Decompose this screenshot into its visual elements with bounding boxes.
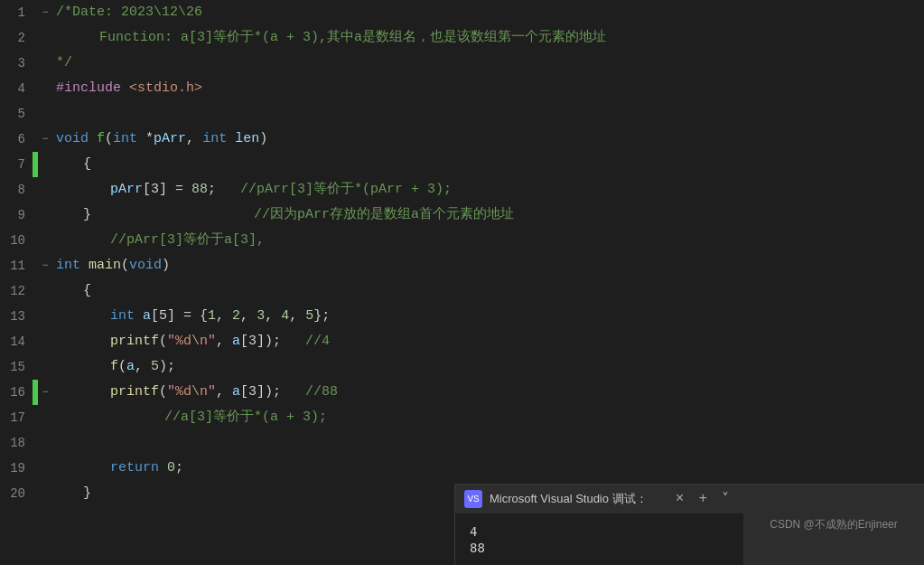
collapse-button xyxy=(38,304,52,329)
line-number: 18 xyxy=(0,430,33,456)
code-line: 14printf("%d\n", a[3]); //4 xyxy=(0,329,924,354)
line-number: 5 xyxy=(0,101,33,127)
token-param: pArr xyxy=(110,177,143,202)
popup-chevron-button[interactable]: ˅ xyxy=(716,488,734,510)
token-kw-yellow: printf xyxy=(110,380,159,405)
code-line: 8pArr[3] = 88; //pArr[3]等价于*(pArr + 3); xyxy=(0,177,924,202)
token-punct: , xyxy=(216,304,232,329)
line-number: 14 xyxy=(0,329,33,354)
code-line: 11−int main(void) xyxy=(0,253,924,278)
token-num: 2 xyxy=(232,304,240,329)
token-kw-blue: int xyxy=(56,253,80,278)
token-punct xyxy=(135,304,143,329)
collapse-button xyxy=(38,430,52,456)
token-comment: //4 xyxy=(305,329,330,354)
popup-title: Microsoft Visual Studio 调试： xyxy=(490,491,663,507)
line-number: 7 xyxy=(0,152,33,177)
code-line: 4#include <stdio.h> xyxy=(0,76,924,101)
token-punct: } xyxy=(83,202,91,228)
token-comment: //88 xyxy=(305,380,338,405)
token-param: a xyxy=(143,304,151,329)
line-content: #include <stdio.h> xyxy=(52,76,924,101)
collapse-button xyxy=(38,152,52,177)
popup-plus-button[interactable]: + xyxy=(693,489,713,509)
token-param: a xyxy=(232,329,240,354)
token-preprocessor: #include xyxy=(56,76,129,101)
code-line: 2 Function: a[3]等价于*(a + 3),其中a是数组名，也是该数… xyxy=(0,25,924,51)
collapse-button[interactable]: − xyxy=(38,253,52,278)
token-punct: ( xyxy=(105,127,113,152)
line-number: 6 xyxy=(0,127,33,152)
code-area: 1−/*Date: 2023\12\262 Function: a[3]等价于*… xyxy=(0,0,924,565)
collapse-button xyxy=(38,101,52,127)
token-punct: , xyxy=(216,380,232,405)
token-punct: , xyxy=(289,304,305,329)
line-content: return 0; xyxy=(52,456,924,481)
popup-right: CSDN @不成熟的Enjineer xyxy=(743,485,924,565)
token-punct: , xyxy=(186,127,202,152)
collapse-button xyxy=(38,405,52,430)
collapse-button xyxy=(38,76,52,101)
line-number: 1 xyxy=(0,0,33,25)
token-punct: , xyxy=(240,304,257,329)
line-content: } //因为pArr存放的是数组a首个元素的地址 xyxy=(52,202,924,228)
token-comment: */ xyxy=(56,51,72,76)
token-num: 1 xyxy=(208,304,216,329)
line-number: 8 xyxy=(0,177,33,202)
collapse-button xyxy=(38,354,52,380)
token-kw-blue: int xyxy=(110,304,135,329)
popup-close-button[interactable]: × xyxy=(670,489,690,509)
token-punct: [5] = { xyxy=(151,304,208,329)
token-comment: Function: a[3]等价于*(a + 3),其中a是数组名，也是该数组第… xyxy=(83,25,606,51)
line-content: //pArr[3]等价于a[3], xyxy=(52,228,924,253)
code-line: 15f(a, 5); xyxy=(0,354,924,380)
token-include-str: <stdio.h> xyxy=(129,76,202,101)
code-line: 6−void f(int *pArr, int len) xyxy=(0,127,924,152)
token-punct: [3] = xyxy=(143,177,191,202)
line-content: int main(void) xyxy=(52,253,924,278)
collapse-button[interactable]: − xyxy=(38,380,52,405)
collapse-button xyxy=(38,481,52,506)
line-content xyxy=(52,430,924,456)
token-punct: ( xyxy=(159,329,167,354)
line-number: 10 xyxy=(0,228,33,253)
token-kw-blue: int xyxy=(202,127,227,152)
token-punct: ; xyxy=(175,456,183,481)
code-line: 13int a[5] = {1, 2, 3, 4, 5}; xyxy=(0,304,924,329)
token-comment: //因为pArr存放的是数组a首个元素的地址 xyxy=(254,202,514,228)
line-content xyxy=(52,101,924,127)
collapse-button xyxy=(38,228,52,253)
editor-container: 1−/*Date: 2023\12\262 Function: a[3]等价于*… xyxy=(0,0,924,565)
line-content: printf("%d\n", a[3]); //88 xyxy=(52,380,924,405)
token-punct: ) xyxy=(162,253,170,278)
collapse-button xyxy=(38,329,52,354)
code-line: 9} //因为pArr存放的是数组a首个元素的地址 xyxy=(0,202,924,228)
token-punct: ); xyxy=(159,354,175,380)
line-content: void f(int *pArr, int len) xyxy=(52,127,924,152)
line-number: 20 xyxy=(0,481,33,506)
collapse-button[interactable]: − xyxy=(38,127,52,152)
collapse-button xyxy=(38,177,52,202)
token-punct: { xyxy=(83,152,91,177)
token-punct: * xyxy=(137,127,154,152)
token-str-orange: "%d\n" xyxy=(167,380,216,405)
taskbar-popup: VS Microsoft Visual Studio 调试： × + ˅ 4 8… xyxy=(454,484,924,565)
popup-titlebar: VS Microsoft Visual Studio 调试： × + ˅ xyxy=(455,485,743,513)
code-line: 1−/*Date: 2023\12\26 xyxy=(0,0,924,25)
code-line: 10//pArr[3]等价于a[3], xyxy=(0,228,924,253)
token-num: 5 xyxy=(305,304,313,329)
token-punct xyxy=(227,127,235,152)
code-line: 12{ xyxy=(0,278,924,304)
collapse-button xyxy=(38,51,52,76)
token-num: 3 xyxy=(257,304,265,329)
line-number: 11 xyxy=(0,253,33,278)
line-number: 3 xyxy=(0,51,33,76)
popup-content: 4 88 xyxy=(455,513,743,565)
token-punct: ( xyxy=(121,253,129,278)
line-content: /*Date: 2023\12\26 xyxy=(52,0,924,25)
collapse-button[interactable]: − xyxy=(38,0,52,25)
token-kw-blue: void xyxy=(56,127,89,152)
token-param: a xyxy=(126,354,135,380)
token-param: pArr xyxy=(154,127,186,152)
line-content: f(a, 5); xyxy=(52,354,924,380)
